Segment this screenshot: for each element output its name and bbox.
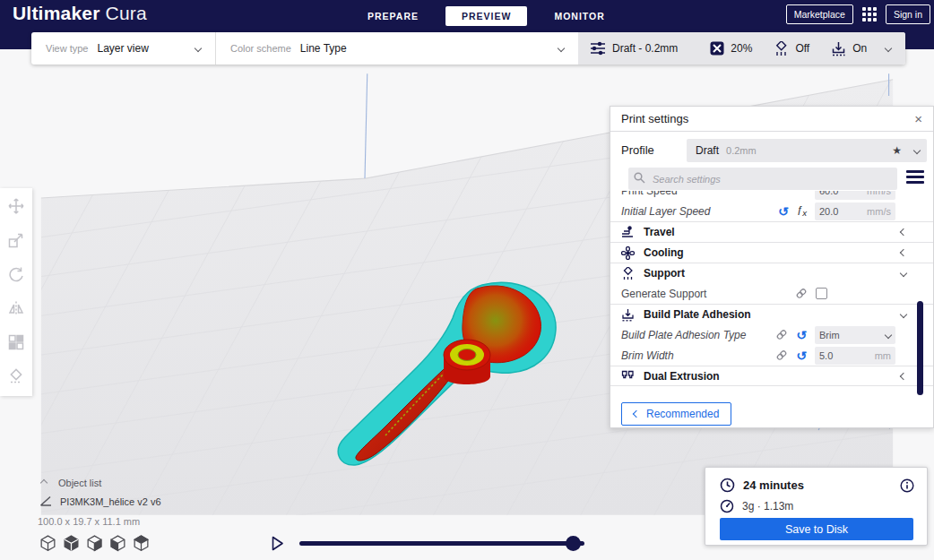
layer-slider-track[interactable]: [299, 541, 584, 546]
color-scheme-label: Color scheme: [230, 43, 291, 54]
brim-width-field[interactable]: 5.0 mm: [815, 347, 895, 365]
category-label: Travel: [644, 226, 675, 238]
material-gauge-icon: [720, 499, 734, 513]
stage-tabs: PREPARE PREVIEW MONITOR: [359, 5, 614, 26]
marketplace-button[interactable]: Marketplace: [786, 4, 853, 24]
adhesion-summary: On: [831, 41, 867, 56]
chevron-left-icon: [900, 373, 907, 380]
sign-in-button[interactable]: Sign in: [886, 4, 930, 24]
chevron-down-icon: [913, 147, 921, 154]
profile-label: Profile: [621, 143, 654, 157]
support-blocker-icon[interactable]: [8, 368, 24, 384]
search-row: [610, 168, 933, 191]
setting-row-initial-layer-speed[interactable]: Initial Layer Speed ↺ ƒx 20.0 mm/s: [610, 201, 933, 221]
category-dual-extrusion[interactable]: Dual Extrusion: [610, 366, 933, 386]
setting-row-brim-width[interactable]: Brim Width ↺ 5.0 mm: [610, 345, 933, 366]
move-tool-icon[interactable]: [8, 198, 24, 214]
hub-bore: [458, 349, 476, 361]
cooling-icon: [621, 246, 637, 260]
link-icon: [775, 329, 788, 340]
object-list-toggle[interactable]: Object list: [41, 478, 101, 488]
view-type-dropdown[interactable]: View type Layer view: [31, 32, 215, 65]
category-travel[interactable]: Travel: [610, 221, 933, 242]
setting-label: Initial Layer Speed: [621, 205, 710, 218]
view-left-icon[interactable]: [108, 534, 127, 553]
tab-prepare[interactable]: PREPARE: [359, 6, 428, 26]
model-list-item[interactable]: PI3MK3M_hélice v2 v6: [39, 495, 161, 507]
support-icon: [774, 41, 789, 56]
layer-slider-handle[interactable]: [566, 536, 581, 551]
applications-grid-icon[interactable]: [862, 7, 877, 22]
support-icon: [621, 267, 637, 280]
brand-primary: Ultimaker: [13, 3, 100, 23]
chevron-down-icon: [885, 331, 892, 338]
mirror-tool-icon[interactable]: [8, 300, 24, 316]
setting-visibility-menu-icon[interactable]: [906, 170, 924, 184]
infill-summary: 20%: [710, 41, 752, 56]
setting-label: Build Plate Adhesion Type: [621, 329, 746, 341]
generate-support-checkbox[interactable]: [816, 288, 827, 299]
setting-label: Print Speed: [621, 191, 678, 197]
info-icon[interactable]: [900, 478, 914, 493]
print-time-value: 24 minutes: [743, 478, 804, 492]
category-cooling[interactable]: Cooling: [610, 242, 933, 263]
caret-up-icon: [40, 479, 48, 487]
star-icon[interactable]: ★: [892, 144, 902, 157]
print-settings-panel: Print settings × Profile Draft 0.2mm ★ P…: [610, 106, 934, 428]
view-top-icon[interactable]: [85, 534, 104, 553]
model-name: PI3MK3M_hélice v2 v6: [60, 496, 161, 507]
reset-icon[interactable]: ↺: [796, 349, 807, 362]
print-time-row: 24 minutes: [720, 478, 804, 493]
setting-label: Brim Width: [621, 349, 674, 362]
tab-monitor[interactable]: MONITOR: [545, 6, 613, 26]
field-unit: mm/s: [867, 206, 891, 217]
setting-row-adhesion-type[interactable]: Build Plate Adhesion Type ↺ Brim: [610, 324, 933, 345]
brand-secondary: Cura: [106, 3, 147, 23]
adhesion-type-dropdown[interactable]: Brim: [815, 326, 895, 344]
recommended-mode-button[interactable]: Recommended: [621, 402, 731, 426]
stage-menu-bar: View type Layer view Color scheme Line T…: [31, 32, 905, 65]
save-to-disk-button[interactable]: Save to Disk: [720, 518, 913, 540]
reset-icon[interactable]: ↺: [796, 329, 807, 341]
view-right-icon[interactable]: [132, 534, 151, 553]
color-scheme-dropdown[interactable]: Color scheme Line Type: [216, 32, 578, 65]
left-toolbar: [0, 188, 32, 396]
rotate-tool-icon[interactable]: [8, 266, 24, 282]
field-value: 60.0: [819, 191, 838, 196]
scale-tool-icon[interactable]: [8, 232, 24, 248]
panel-title-text: Print settings: [621, 112, 688, 125]
tab-preview[interactable]: PREVIEW: [445, 6, 527, 26]
travel-icon: [621, 226, 637, 238]
print-job-panel: 24 minutes 3g · 1.13m Save to Disk: [705, 467, 928, 546]
play-icon[interactable]: [272, 536, 284, 551]
reset-icon[interactable]: ↺: [778, 205, 789, 218]
app-logo: Ultimaker Cura: [13, 3, 147, 24]
sliced-model-propeller[interactable]: [330, 274, 592, 478]
support-summary: Off: [774, 41, 809, 56]
setting-row-print-speed[interactable]: Print Speed 60.0 mm/s: [610, 191, 933, 201]
chevron-down-icon: [900, 270, 907, 277]
clock-icon: [720, 478, 735, 493]
category-build-plate-adhesion[interactable]: Build Plate Adhesion: [610, 304, 933, 324]
setting-row-generate-support[interactable]: Generate Support: [610, 283, 933, 304]
chevron-down-icon: [900, 311, 907, 318]
settings-scrollbar[interactable]: [917, 301, 923, 395]
print-speed-field[interactable]: 60.0 mm/s: [815, 191, 895, 200]
chevron-left-icon: [633, 410, 640, 418]
category-label: Support: [644, 267, 685, 280]
category-support[interactable]: Support: [610, 263, 933, 283]
view-front-icon[interactable]: [62, 534, 81, 553]
initial-layer-speed-field[interactable]: 20.0 mm/s: [815, 202, 895, 220]
slope-icon: [39, 495, 52, 507]
per-model-settings-icon[interactable]: [8, 334, 24, 350]
category-label: Dual Extrusion: [644, 370, 720, 383]
print-setup-summary[interactable]: Draft - 0.2mm 20% Off On: [578, 32, 905, 65]
panel-footer: Recommended: [621, 402, 731, 426]
profile-dropdown[interactable]: Draft 0.2mm ★: [687, 139, 927, 162]
support-value: Off: [795, 42, 809, 55]
panel-header: Print settings ×: [610, 107, 933, 132]
field-unit: mm/s: [867, 191, 891, 196]
search-settings-input[interactable]: [628, 168, 897, 190]
view-3d-icon[interactable]: [39, 534, 57, 553]
close-icon[interactable]: ×: [914, 112, 922, 125]
